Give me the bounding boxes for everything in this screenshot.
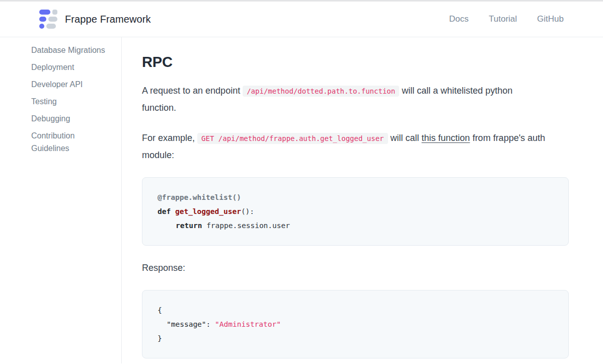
docs-sidebar: Database Migrations Deployment Developer… — [0, 37, 122, 363]
code-line-decorator: @frappe.whitelist() — [158, 190, 553, 204]
sidebar-item-developer-api[interactable]: Developer API — [31, 78, 112, 91]
paragraph-example: For example, GET /api/method/frappe.auth… — [142, 130, 549, 164]
page-title: RPC — [142, 54, 549, 70]
main-content: RPC A request to an endpoint /api/method… — [122, 37, 549, 363]
python-code-block: @frappe.whitelist()def get_logged_user()… — [142, 177, 569, 246]
nav-link-github[interactable]: GitHub — [537, 14, 564, 24]
code-line-return: return frappe.session.user — [158, 219, 553, 233]
json-string-token: "Administrator" — [215, 320, 281, 328]
sidebar-item-testing[interactable]: Testing — [31, 95, 112, 108]
decorator-token: @frappe.whitelist() — [158, 193, 241, 201]
response-label: Response: — [142, 260, 549, 276]
json-key-token: "message" — [167, 320, 206, 328]
return-value-token: frappe.session.user — [206, 222, 290, 230]
brand-link[interactable]: Frappe Framework — [39, 10, 151, 29]
paragraph-text: For example, — [142, 133, 195, 143]
page-layout: Database Migrations Deployment Developer… — [0, 37, 603, 363]
paragraph-text: will call — [391, 133, 419, 143]
site-header: Frappe Framework Docs Tutorial GitHub — [0, 2, 603, 37]
def-keyword-token: def — [158, 207, 171, 215]
code-line-open-brace: { — [158, 303, 553, 317]
nav-link-tutorial[interactable]: Tutorial — [489, 14, 517, 24]
sidebar-item-deployment[interactable]: Deployment — [31, 61, 112, 74]
code-line-message: "message": "Administrator" — [158, 317, 553, 331]
brand-title: Frappe Framework — [65, 14, 151, 25]
this-function-link[interactable]: this function — [422, 133, 470, 143]
inline-code-endpoint: /api/method/dotted.path.to.function — [243, 86, 399, 97]
code-line-def: def get_logged_user(): — [158, 204, 553, 219]
brace-token: } — [158, 334, 162, 342]
function-name-token: get_logged_user — [175, 207, 241, 215]
sidebar-item-database-migrations[interactable]: Database Migrations — [31, 44, 112, 56]
sidebar-item-contribution-guidelines[interactable]: Contribution Guidelines — [31, 129, 112, 155]
sidebar-item-debugging[interactable]: Debugging — [31, 112, 112, 125]
signature-token: (): — [241, 207, 254, 215]
return-keyword-token: return — [176, 222, 202, 230]
frappe-logo-icon — [39, 10, 57, 29]
json-code-block: {"message": "Administrator"} — [142, 290, 569, 358]
paragraph-endpoint: A request to an endpoint /api/method/dot… — [142, 83, 549, 116]
brace-token: { — [158, 306, 162, 314]
code-line-close-brace: } — [158, 331, 553, 345]
inline-code-get-request: GET /api/method/frappe.auth.get_logged_u… — [197, 133, 388, 144]
header-nav: Docs Tutorial GitHub — [449, 14, 564, 24]
json-colon-token: : — [206, 320, 211, 328]
paragraph-text: A request to an endpoint — [142, 86, 240, 96]
nav-link-docs[interactable]: Docs — [449, 14, 469, 24]
